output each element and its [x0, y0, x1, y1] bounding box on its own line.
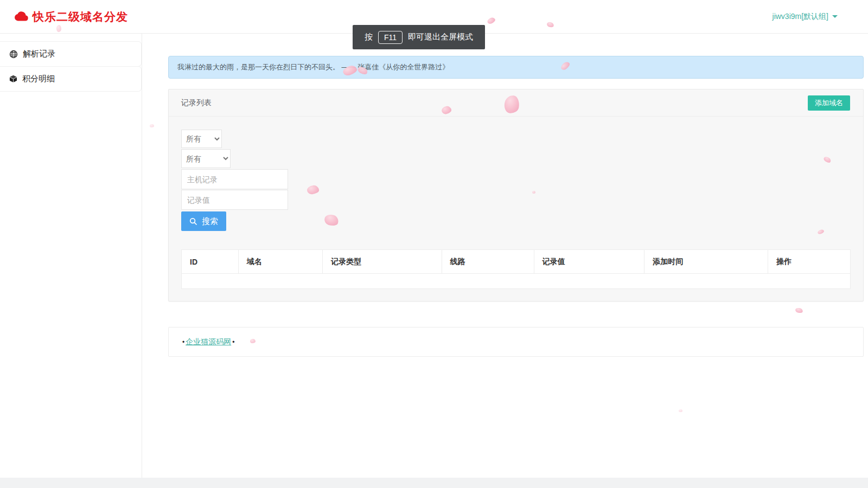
records-table-head-row: ID域名记录类型线路记录值添加时间操作: [182, 250, 851, 274]
f11-keycap: F11: [378, 31, 403, 44]
add-domain-button[interactable]: 添加域名: [808, 95, 850, 111]
table-header-cell: 添加时间: [644, 250, 768, 274]
main-area: 我淋过的最大的雨，是那一天你在烈日下的不回头。 —— 张嘉佳《从你的全世界路过》…: [142, 34, 868, 478]
records-table-empty-row: [182, 274, 851, 289]
cube-icon: [9, 75, 17, 83]
brand-title: 快乐二级域名分发: [33, 9, 128, 24]
record-list-card: 记录列表 添加域名 所有 所有: [168, 89, 864, 301]
table-header-cell: 记录类型: [323, 250, 442, 274]
user-dropdown[interactable]: jiwv3i9m[默认组]: [773, 12, 838, 22]
sidebar-item-label: 解析记录: [23, 49, 55, 59]
toast-suffix: 即可退出全屏模式: [408, 32, 473, 42]
records-table: ID域名记录类型线路记录值添加时间操作: [181, 249, 851, 289]
table-header-cell: 域名: [238, 250, 322, 274]
username-text: jiwv3i9m[默认组]: [773, 12, 828, 22]
search-button[interactable]: 搜索: [181, 211, 226, 231]
sidebar-item-points-detail[interactable]: 积分明细: [0, 66, 142, 92]
card-header: 记录列表 添加域名: [169, 89, 863, 117]
footer-right-dot: •: [232, 338, 234, 346]
record-value-input[interactable]: [181, 190, 288, 210]
filter-form: 所有 所有 搜索: [181, 130, 851, 231]
sidebar: 解析记录 积分明细: [0, 34, 142, 478]
record-type-filter-select[interactable]: 所有: [181, 149, 231, 168]
footer-left-dot: •: [182, 338, 184, 346]
search-icon: [189, 217, 197, 226]
brand-logo[interactable]: 快乐二级域名分发: [13, 9, 128, 24]
search-button-label: 搜索: [202, 216, 218, 227]
cloud-icon: [13, 11, 29, 22]
content-column: 我淋过的最大的雨，是那一天你在烈日下的不回头。 —— 张嘉佳《从你的全世界路过》…: [168, 34, 864, 357]
table-header-cell: 记录值: [534, 250, 644, 274]
sidebar-item-label: 积分明细: [22, 74, 55, 84]
quote-alert-banner: 我淋过的最大的雨，是那一天你在烈日下的不回头。 —— 张嘉佳《从你的全世界路过》: [168, 56, 864, 79]
source-site-link[interactable]: 企业猫源码网: [186, 337, 231, 346]
fullscreen-exit-toast: 按 F11 即可退出全屏模式: [353, 25, 485, 49]
globe-icon: [9, 50, 18, 59]
footer-card: •企业猫源码网•: [168, 327, 864, 357]
host-record-input[interactable]: [181, 169, 288, 189]
chevron-down-icon: [832, 15, 838, 18]
card-body: 所有 所有 搜索: [169, 117, 863, 301]
table-header-cell: 线路: [442, 250, 534, 274]
table-header-cell: ID: [182, 250, 239, 274]
table-header-cell: 操作: [768, 250, 851, 274]
domain-filter-select[interactable]: 所有: [181, 130, 222, 148]
sidebar-item-dns-records[interactable]: 解析记录: [0, 41, 142, 67]
toast-prefix: 按: [365, 32, 373, 42]
card-title: 记录列表: [181, 98, 212, 107]
